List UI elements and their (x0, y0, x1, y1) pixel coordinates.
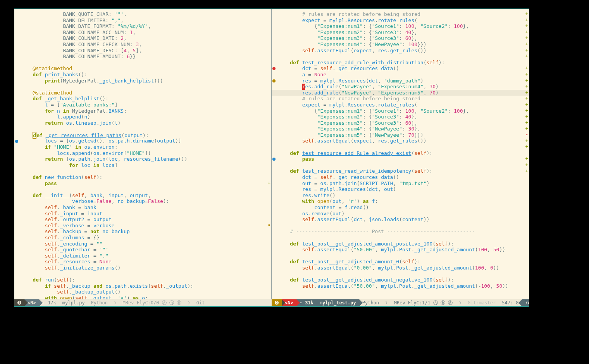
code-line[interactable]: def test_post__get_adjusted_amount_0(sel… (278, 259, 523, 265)
code-line[interactable] (278, 144, 523, 150)
code-line[interactable]: self._input = input (21, 211, 265, 217)
left-code-area[interactable]: BANK_QUOTE_CHAR: '"', BANK_DELIMITER: ",… (21, 11, 265, 299)
code-line[interactable]: locs.append(os.environ["HOME"]) (21, 150, 265, 156)
code-line[interactable]: def test_resource_add_rule_with_distribu… (278, 60, 523, 66)
code-line[interactable] (21, 60, 265, 66)
code-line[interactable]: self._initialize_params() (21, 265, 265, 271)
code-line[interactable]: def _get_bank_helplist(): (21, 96, 265, 102)
code-line[interactable]: verbose=False, no_backup=False): (21, 198, 265, 204)
code-line[interactable]: self.assertEqual("0.00", mylpl.Post._get… (278, 265, 523, 271)
code-line[interactable]: if "HOME" in os.environ: (21, 144, 265, 150)
left-pane[interactable]: BANK_QUOTE_CHAR: '"', BANK_DELIMITER: ",… (14, 9, 272, 299)
code-line[interactable]: def test_post__get_adjusted_amount_posit… (278, 241, 523, 247)
code-line[interactable]: self.assertEqual(expect, res.get_rules()… (278, 48, 523, 54)
code-line[interactable]: self._backup = not no_backup (21, 228, 265, 235)
right-pane[interactable]: # rules are rotated before being stored … (272, 9, 529, 299)
modeline-left[interactable]: ➊ <N> - 17k mylpl.py Python ❯ MRev FlyC:… (14, 299, 272, 306)
code-line[interactable]: self.assertEqual("50.00", mylpl.Post._ge… (278, 283, 523, 289)
code-line[interactable]: return [os.path.join(loc, resources_file… (21, 156, 265, 162)
code-line[interactable]: BANK_COLNAME_AMOUNT: 6}} (21, 53, 265, 60)
code-line[interactable]: {"Expenses:num1": {"Source1": 100, "Sour… (278, 23, 523, 29)
code-line[interactable]: with open(out, 'r') as f: (278, 198, 523, 204)
code-line[interactable]: BANK_QUOTE_CHAR: '"', (21, 11, 265, 17)
code-line[interactable]: dct = self._get_resources_data() (278, 174, 523, 180)
code-line[interactable]: self._columns = {} (21, 235, 265, 241)
code-line[interactable]: def run(self): (21, 277, 265, 283)
code-line[interactable]: self._delimiter = "," (21, 253, 265, 259)
code-line[interactable]: BANK_COLNAME_DESC: [4, 5], (21, 48, 265, 54)
right-code-area[interactable]: # rules are rotated before being stored … (278, 11, 523, 289)
code-line[interactable]: def _get_resources_file_paths(output): (21, 132, 265, 138)
code-line[interactable]: def test_resource_add_Rule_already_exist… (278, 150, 523, 156)
buffer-filename[interactable]: mylpl_test.py (317, 299, 359, 306)
code-line[interactable] (278, 223, 523, 229)
code-line[interactable]: self._verbose = verbose (21, 223, 265, 229)
code-line[interactable]: "Expenses:num5": {"NewPayee": 70}}) (278, 132, 523, 138)
code-line[interactable] (21, 126, 265, 132)
code-line[interactable]: content = f.read() (278, 204, 523, 211)
code-line[interactable]: locs = [os.getcwd(), os.path.dirname(out… (21, 138, 265, 144)
code-line[interactable]: expect = mylpl.Resources.rotate_rules( (278, 102, 523, 108)
code-line[interactable]: # ------------------------ Post --------… (278, 228, 523, 235)
code-line[interactable]: self._backup_output() (21, 289, 265, 295)
code-line[interactable] (21, 168, 265, 174)
code-line[interactable]: def __init__(self, bank, input, output, (21, 192, 265, 199)
code-line[interactable]: print(MyLedgerPal._get_bank_helplist()) (21, 78, 265, 84)
code-line[interactable]: l = ["Available banks:"] (21, 102, 265, 108)
code-line[interactable]: for loc in locs] (21, 162, 265, 168)
code-line[interactable]: @staticmethod (21, 90, 265, 96)
code-line[interactable]: def test_post__get_adjusted_amount_negat… (278, 277, 523, 283)
code-line[interactable] (21, 271, 265, 277)
code-line[interactable]: expect = mylpl.Resources.rotate_rules( (278, 17, 523, 24)
code-line[interactable]: self._bank = bank (21, 204, 265, 211)
code-line[interactable] (278, 271, 523, 277)
code-line[interactable]: res = mylpl.Resources(dct, out) (278, 186, 523, 192)
code-line[interactable]: pass (278, 156, 523, 162)
code-line[interactable] (21, 186, 265, 192)
code-line[interactable]: BANK_COLNAME_CHECK_NUM: 3, (21, 41, 265, 48)
code-line[interactable] (278, 53, 523, 60)
code-line[interactable]: {"Expenses:num1": {"Source1": 100, "Sour… (278, 108, 523, 114)
code-line[interactable] (278, 162, 523, 168)
code-line[interactable]: res.write() (278, 192, 523, 199)
code-line[interactable]: "Expenses:num4": {"NewPayee": 100}}) (278, 41, 523, 48)
code-line[interactable]: # rules are rotated before being stored (278, 96, 523, 102)
code-line[interactable]: BANK_COLNAME_DATE: 2, (21, 35, 265, 41)
code-line[interactable]: BANK_COLNAME_ACC_NUM: 1, (21, 29, 265, 36)
code-line[interactable]: "Expenses:num3": {"Source3": 60}, (278, 35, 523, 41)
code-line[interactable]: BANK_DELIMITER: ",", (21, 17, 265, 24)
code-line[interactable]: res.add_rule("NewPayee", "Expenses:num5"… (278, 90, 523, 96)
code-line[interactable]: "Expenses:num4": {"NewPayee": 30}, (278, 126, 523, 132)
code-line[interactable] (278, 235, 523, 241)
code-line[interactable]: pass (21, 180, 265, 187)
code-line[interactable]: "Expenses:num2": {"Source3": 40}, (278, 29, 523, 36)
code-line[interactable]: if self._backup and os.path.exists(self.… (21, 283, 265, 289)
code-line[interactable]: self.assertEqual(dct, json.loads(content… (278, 216, 523, 223)
code-line[interactable]: self.assertEqual(expect, res.get_rules()… (278, 138, 523, 144)
code-line[interactable]: dct = self._get_resources_data() (278, 65, 523, 72)
code-line[interactable]: # rules are rotated before being stored (278, 11, 523, 17)
code-line[interactable]: with open(self._output, 'a') as o: (21, 295, 265, 299)
code-line[interactable]: self._quotechar = '"' (21, 247, 265, 253)
code-line[interactable]: res.add_rule("NewPayee", "Expenses:num4"… (278, 84, 523, 90)
code-line[interactable]: self._output2 = output (21, 216, 265, 223)
code-line[interactable]: "Expenses:num2": {"Source3": 40}, (278, 114, 523, 120)
code-line[interactable]: self._resources = None (21, 259, 265, 265)
code-line[interactable]: a = None (278, 72, 523, 78)
code-line[interactable]: for n in MyLedgerPal.BANKS: (21, 108, 265, 114)
code-line[interactable] (21, 84, 265, 90)
code-line[interactable] (278, 253, 523, 259)
code-line[interactable]: self._encoding = "" (21, 241, 265, 247)
code-line[interactable]: res = mylpl.Resources(dct, "dummy_path") (278, 78, 523, 84)
code-line[interactable]: def new_function(self): (21, 174, 265, 180)
code-line[interactable]: def print_banks(): (21, 72, 265, 78)
modeline-right[interactable]: ➋ <N> - 31k mylpl_test.py Python ❯ MRev … (272, 299, 529, 306)
code-line[interactable]: os.remove(out) (278, 211, 523, 217)
code-line[interactable]: self.assertEqual("50.00", mylpl.Post._ge… (278, 247, 523, 253)
code-line[interactable]: out = os.path.join(SCRIPT_PATH, "tmp.txt… (278, 180, 523, 187)
code-line[interactable]: @staticmethod (21, 65, 265, 72)
code-line[interactable]: "Expenses:num3": {"Source3": 60}, (278, 120, 523, 126)
code-line[interactable]: BANK_DATE_FORMAT: "%m/%d/%Y", (21, 23, 265, 29)
buffer-filename[interactable]: mylpl.py (59, 299, 88, 306)
code-line[interactable]: def test_resource_read_write_idempotency… (278, 168, 523, 174)
